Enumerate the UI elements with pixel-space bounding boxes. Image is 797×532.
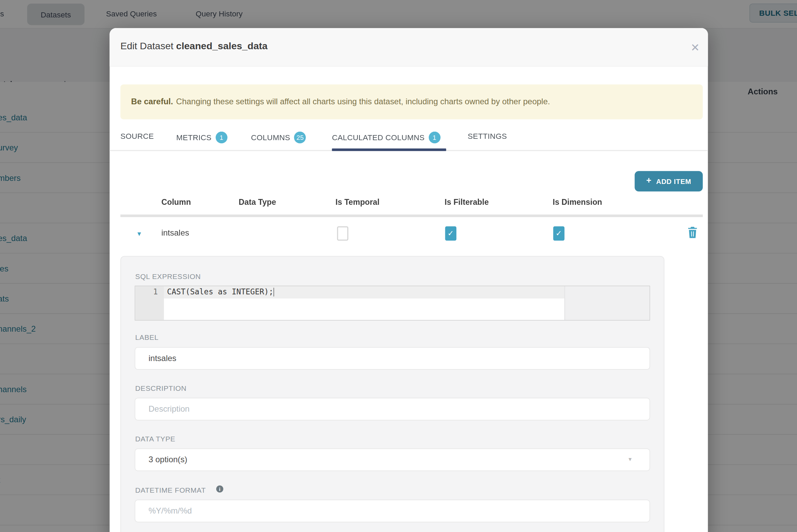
tab-columns[interactable]: COLUMNS25: [251, 132, 306, 143]
col-header-is-temporal: Is Temporal: [336, 198, 380, 207]
datetime-format-field-label: DATETIME FORMAT: [135, 486, 206, 494]
modal-title-prefix: Edit Dataset: [120, 40, 176, 51]
col-header-data-type: Data Type: [239, 198, 276, 207]
add-item-label: ADD ITEM: [656, 177, 691, 185]
tab-settings-label: SETTINGS: [468, 132, 507, 140]
info-icon[interactable]: i: [216, 486, 223, 493]
columns-header-divider: [120, 214, 703, 217]
collapse-caret-icon[interactable]: ▼: [136, 230, 142, 238]
modal-title-dataset-name: cleaned_sales_data: [176, 40, 267, 51]
tab-source-label: SOURCE: [120, 132, 154, 140]
is-temporal-checkbox[interactable]: [337, 226, 348, 241]
tab-calculated-columns-badge: 1: [429, 132, 440, 143]
modal-title: Edit Dataset cleaned_sales_data: [120, 40, 267, 52]
col-header-column: Column: [161, 198, 191, 207]
datetime-format-input[interactable]: [135, 500, 650, 522]
data-type-field-label: DATA TYPE: [135, 435, 175, 443]
is-filterable-checkbox[interactable]: ✓: [445, 226, 456, 241]
sql-expression-label: SQL EXPRESSION: [135, 272, 201, 281]
close-icon[interactable]: ✕: [687, 39, 703, 56]
is-dimension-checkbox[interactable]: ✓: [553, 226, 564, 241]
tab-metrics[interactable]: METRICS1: [176, 132, 227, 143]
description-input[interactable]: [135, 398, 650, 421]
calculated-column-row: ▼ intsales ✓ ✓: [109, 223, 708, 246]
tab-columns-label: COLUMNS: [251, 133, 290, 142]
col-header-is-filterable: Is Filterable: [445, 198, 489, 207]
data-type-caret-icon: ▾: [628, 456, 631, 463]
tab-columns-badge: 25: [294, 132, 306, 143]
description-field-label: DESCRIPTION: [135, 384, 186, 392]
tab-metrics-label: METRICS: [176, 133, 211, 142]
tab-metrics-badge: 1: [215, 132, 227, 143]
editor-gutter: 1: [135, 286, 164, 320]
warning-banner: Be careful. Changing these settings will…: [120, 84, 703, 119]
modal-header: Edit Dataset cleaned_sales_data ✕: [109, 28, 708, 66]
tab-calculated-columns[interactable]: CALCULATED COLUMNS1: [332, 132, 440, 143]
editor-margin-zone: [564, 286, 650, 320]
tab-calculated-columns-label: CALCULATED COLUMNS: [332, 133, 424, 142]
label-field-label: LABEL: [135, 333, 158, 342]
col-header-is-dimension: Is Dimension: [553, 198, 602, 207]
column-edit-panel: SQL EXPRESSION 1 CAST(Sales as INTEGER);…: [120, 256, 664, 532]
editor-cursor: [273, 288, 274, 296]
tab-source[interactable]: SOURCE: [120, 132, 154, 140]
screen: es Datasets Saved Queries Query History …: [0, 0, 797, 532]
add-item-button[interactable]: + ADD ITEM: [635, 171, 703, 191]
editor-line-number: 1: [153, 287, 158, 296]
warning-banner-bold: Be careful.: [131, 97, 173, 107]
warning-banner-text: Changing these settings will affect all …: [176, 97, 550, 107]
plus-icon: +: [646, 176, 651, 186]
edit-dataset-modal: Edit Dataset cleaned_sales_data ✕ Be car…: [109, 28, 708, 532]
active-tab-underline: [332, 148, 446, 151]
sql-code: CAST(Sales as INTEGER);: [167, 287, 274, 296]
delete-trash-icon[interactable]: [688, 226, 698, 239]
label-input[interactable]: [135, 347, 650, 370]
data-type-select[interactable]: 3 option(s): [135, 449, 650, 471]
tab-settings[interactable]: SETTINGS: [468, 132, 507, 140]
sql-code-text: CAST(Sales as INTEGER);: [167, 287, 273, 296]
sql-expression-editor[interactable]: 1 CAST(Sales as INTEGER);: [135, 286, 650, 321]
modal-tabs: SOURCE METRICS1 COLUMNS25 CALCULATED COL…: [109, 128, 708, 150]
column-name: intsales: [161, 228, 189, 238]
